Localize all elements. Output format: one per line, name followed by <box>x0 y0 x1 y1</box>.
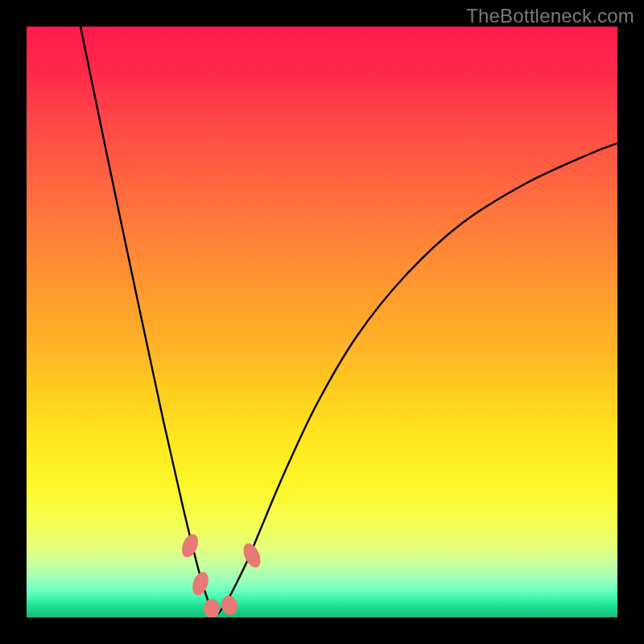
plot-area <box>27 27 617 617</box>
marker-trough-right <box>220 594 239 616</box>
watermark-text: TheBottleneck.com <box>466 5 634 27</box>
chart-frame: TheBottleneck.com <box>0 0 644 644</box>
bottleneck-curve <box>80 27 617 614</box>
marker-trough-left <box>204 599 220 617</box>
curve-layer <box>27 27 617 617</box>
marker-right-upper <box>240 541 264 571</box>
marker-left-upper <box>179 532 201 560</box>
marker-left-lower <box>189 570 211 597</box>
